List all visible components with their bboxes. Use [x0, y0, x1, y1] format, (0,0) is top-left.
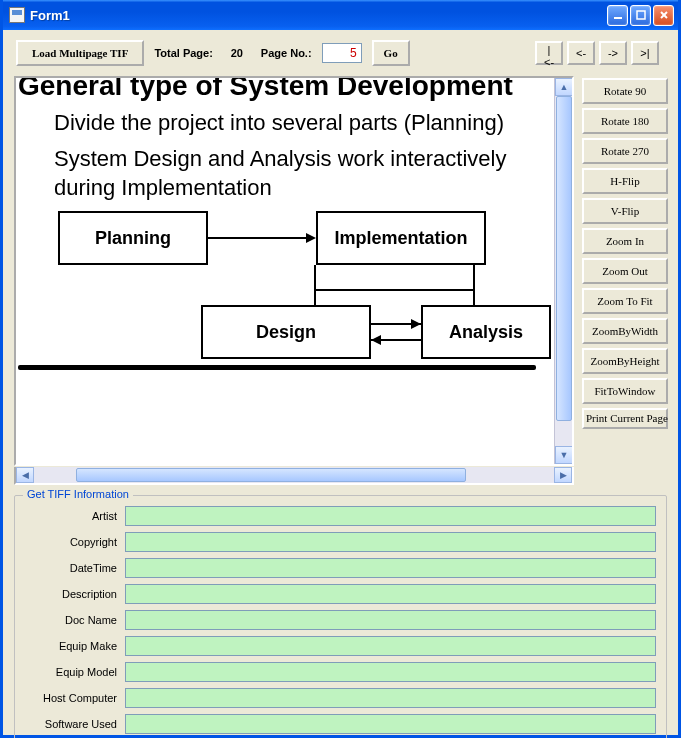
- scroll-left-button[interactable]: ◀: [16, 467, 34, 483]
- page-nav-group: |<- <- -> >|: [535, 41, 659, 65]
- main-window: Form1 Load Multipage TIF Total Page: 20 …: [0, 0, 681, 738]
- tiff-row-value: [125, 636, 656, 656]
- scroll-down-button[interactable]: ▼: [555, 446, 573, 464]
- connector-horiz-mid: [314, 289, 474, 291]
- doc-heading: General type of System Development: [18, 78, 554, 102]
- tiff-row-value: [125, 688, 656, 708]
- scroll-right-button[interactable]: ▶: [554, 467, 572, 483]
- tiff-row-value: [125, 714, 656, 734]
- connector-plan-impl: [208, 237, 306, 239]
- tiff-info-legend: Get TIFF Information: [23, 488, 133, 500]
- tiff-row-value: [125, 558, 656, 578]
- total-page-label: Total Page:: [154, 47, 212, 59]
- tiff-row: Description: [25, 584, 656, 604]
- toolbar: Load Multipage TIF Total Page: 20 Page N…: [6, 30, 675, 76]
- maximize-button[interactable]: [630, 5, 651, 26]
- tiff-row-value: [125, 584, 656, 604]
- print-page-button[interactable]: Print Current Page: [582, 408, 668, 429]
- tiff-row-label: Description: [25, 588, 125, 600]
- connector-vert-left: [314, 265, 316, 305]
- box-analysis: Analysis: [421, 305, 551, 359]
- svg-rect-0: [614, 17, 622, 19]
- load-tif-button[interactable]: Load Multipage TIF: [16, 40, 144, 66]
- document-page: General type of System Development Divid…: [16, 78, 554, 464]
- content-row: General type of System Development Divid…: [6, 76, 675, 485]
- zoom-out-button[interactable]: Zoom Out: [582, 258, 668, 284]
- tiff-row-label: Software Used: [25, 718, 125, 730]
- vflip-button[interactable]: V-Flip: [582, 198, 668, 224]
- window-title: Form1: [30, 8, 607, 23]
- zoom-to-fit-button[interactable]: Zoom To Fit: [582, 288, 668, 314]
- tiff-row: Equip Make: [25, 636, 656, 656]
- zoom-by-width-button[interactable]: ZoomByWidth: [582, 318, 668, 344]
- arrow-da-left: [371, 335, 381, 345]
- vertical-scrollbar[interactable]: ▲ ▼: [554, 78, 572, 464]
- rotate-270-button[interactable]: Rotate 270: [582, 138, 668, 164]
- tiff-row-value: [125, 662, 656, 682]
- tiff-row-label: Equip Make: [25, 640, 125, 652]
- rotate-90-button[interactable]: Rotate 90: [582, 78, 668, 104]
- client-area: Load Multipage TIF Total Page: 20 Page N…: [6, 30, 675, 732]
- scroll-up-button[interactable]: ▲: [555, 78, 573, 96]
- connector-vert-right: [473, 265, 475, 305]
- total-page-value: 20: [223, 47, 251, 59]
- tiff-row-label: Equip Model: [25, 666, 125, 678]
- svg-rect-1: [637, 11, 645, 19]
- titlebar: Form1: [3, 0, 678, 30]
- chevron-down-icon: ▼: [560, 450, 569, 460]
- page-baseline: [18, 365, 536, 370]
- tiff-row-label: Doc Name: [25, 614, 125, 626]
- box-planning: Planning: [58, 211, 208, 265]
- chevron-right-icon: ▶: [560, 470, 567, 480]
- tiff-row-value: [125, 532, 656, 552]
- v-scroll-thumb[interactable]: [556, 96, 572, 421]
- tiff-info-group: Get TIFF Information ArtistCopyrightDate…: [14, 495, 667, 738]
- close-button[interactable]: [653, 5, 674, 26]
- close-icon: [659, 10, 669, 20]
- nav-next-button[interactable]: ->: [599, 41, 627, 65]
- horizontal-scrollbar[interactable]: ◀ ▶: [14, 467, 574, 485]
- window-controls: [607, 5, 674, 26]
- tiff-row: Copyright: [25, 532, 656, 552]
- hflip-button[interactable]: H-Flip: [582, 168, 668, 194]
- h-scroll-thumb[interactable]: [76, 468, 466, 482]
- page-no-input[interactable]: [322, 43, 362, 63]
- nav-last-button[interactable]: >|: [631, 41, 659, 65]
- tiff-row: Host Computer: [25, 688, 656, 708]
- doc-bullet-2: System Design and Analysis work interact…: [54, 144, 554, 203]
- arrow-da-right: [411, 319, 421, 329]
- tiff-row: Doc Name: [25, 610, 656, 630]
- chevron-left-icon: ◀: [22, 470, 29, 480]
- tiff-row: DateTime: [25, 558, 656, 578]
- viewer-column: General type of System Development Divid…: [14, 76, 574, 485]
- minimize-icon: [613, 10, 623, 20]
- flow-diagram: Planning Implementation Design Analysis: [18, 211, 554, 376]
- fit-to-window-button[interactable]: FitToWindow: [582, 378, 668, 404]
- tiff-row-label: Artist: [25, 510, 125, 522]
- tiff-row: Software Used: [25, 714, 656, 734]
- nav-first-button[interactable]: |<-: [535, 41, 563, 65]
- tiff-row-label: Copyright: [25, 536, 125, 548]
- tiff-row-value: [125, 610, 656, 630]
- tiff-row-label: Host Computer: [25, 692, 125, 704]
- app-icon: [9, 7, 25, 23]
- box-design: Design: [201, 305, 371, 359]
- tiff-row: Equip Model: [25, 662, 656, 682]
- maximize-icon: [636, 10, 646, 20]
- zoom-by-height-button[interactable]: ZoomByHeight: [582, 348, 668, 374]
- nav-prev-button[interactable]: <-: [567, 41, 595, 65]
- zoom-in-button[interactable]: Zoom In: [582, 228, 668, 254]
- arrow-plan-impl: [306, 233, 316, 243]
- doc-bullet-1: Divide the project into several parts (P…: [54, 108, 554, 138]
- tiff-row-value: [125, 506, 656, 526]
- page-no-label: Page No.:: [261, 47, 312, 59]
- box-implementation: Implementation: [316, 211, 486, 265]
- chevron-up-icon: ▲: [560, 82, 569, 92]
- minimize-button[interactable]: [607, 5, 628, 26]
- image-viewer[interactable]: General type of System Development Divid…: [14, 76, 574, 466]
- go-button[interactable]: Go: [372, 40, 410, 66]
- tiff-row-label: DateTime: [25, 562, 125, 574]
- rotate-180-button[interactable]: Rotate 180: [582, 108, 668, 134]
- tiff-info-rows: ArtistCopyrightDateTimeDescriptionDoc Na…: [25, 506, 656, 734]
- tiff-row: Artist: [25, 506, 656, 526]
